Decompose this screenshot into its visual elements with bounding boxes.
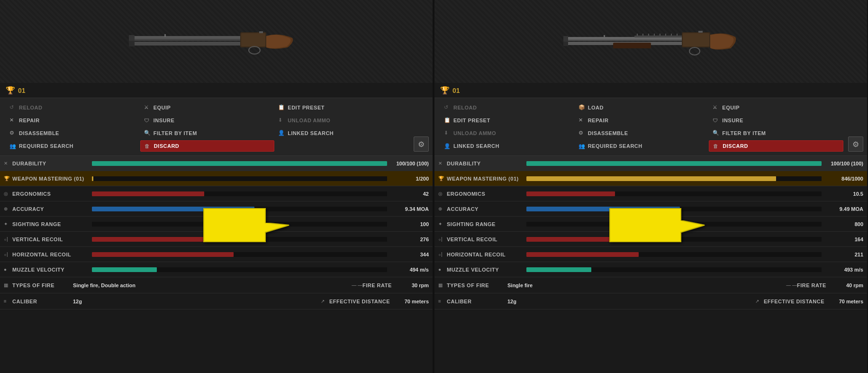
settings-icon: ⚙ — [418, 140, 425, 149]
svg-rect-14 — [683, 33, 709, 46]
right-edit-preset-btn[interactable]: 📋 EDIT PRESET — [440, 115, 575, 126]
caliber-icon: ≡ — [4, 299, 12, 304]
left-caliber-row: ≡ CALIBER 12g ↗ EFFECTIVE DISTANCE 70 me… — [0, 293, 433, 309]
muzzle-velocity-bar-container — [92, 267, 387, 272]
right-caliber-icon: ≡ — [438, 299, 447, 304]
right-disassemble-btn[interactable]: ⚙ DISASSEMBLE — [575, 127, 709, 138]
left-rank-bar: 🏆 01 — [0, 83, 433, 98]
left-gun-image — [0, 0, 433, 83]
right-reload-btn[interactable]: ↺ RELOAD — [440, 102, 575, 113]
right-muzzle-velocity-row: ● MUZZLE VELOCITY 493 m/s — [434, 262, 867, 277]
svg-point-16 — [689, 47, 700, 55]
left-durability-row: ✕ DURABILITY 100/100 (100) — [0, 156, 433, 171]
left-fire-row: ▦ TYPES OF FIRE Single fire, Double acti… — [0, 277, 433, 293]
right-ergonomics-icon: ◎ — [438, 191, 447, 196]
right-horizontal-recoil-row: ⬦| HORIZONTAL RECOIL 211 — [434, 247, 867, 262]
fire-types-icon: ▦ — [4, 282, 12, 288]
accuracy-icon: ⊕ — [4, 206, 12, 211]
svg-rect-7 — [129, 41, 135, 46]
right-load-btn[interactable]: 📦 LOAD — [575, 102, 709, 113]
right-rank-label: 01 — [452, 87, 460, 94]
required-search-icon: 👥 — [9, 143, 16, 149]
svg-rect-19 — [604, 35, 605, 38]
ergonomics-bar — [92, 191, 204, 196]
right-repair-btn[interactable]: ✕ REPAIR — [575, 115, 709, 126]
distance-icon: ↗ — [321, 299, 329, 304]
right-discard-btn[interactable]: 🗑 DISCARD — [709, 140, 843, 152]
durability-icon: ✕ — [4, 161, 12, 166]
svg-rect-21 — [634, 36, 682, 37]
right-mastering-bar — [526, 176, 776, 181]
right-accuracy-bar-container — [526, 207, 822, 211]
left-edit-preset-btn[interactable]: 📋 EDIT PRESET — [274, 102, 409, 113]
right-rank-bar: 🏆 01 — [434, 83, 867, 98]
left-filter-btn[interactable]: 🔍 FILTER BY ITEM — [140, 127, 275, 138]
right-distance-icon: ↗ — [755, 299, 764, 304]
left-unload-btn[interactable]: ⬇ UNLOAD AMMO — [274, 115, 409, 126]
right-ergonomics-bar-container — [526, 191, 822, 196]
right-sighting-icon: ✦ — [438, 221, 447, 227]
right-insure-icon: 🛡 — [713, 118, 719, 123]
right-fire-rate-icon: — — — [786, 282, 797, 288]
right-filter-icon: 🔍 — [713, 130, 719, 136]
right-ergonomics-row: ◎ ERGONOMICS 10.5 — [434, 186, 867, 201]
vertical-recoil-icon: ⬦| — [4, 237, 12, 242]
left-equip-btn[interactable]: ⚔ EQUIP — [140, 102, 275, 113]
right-stats: ✕ DURABILITY 100/100 (100) 🏆 WEAPON MAST… — [434, 156, 867, 373]
left-disassemble-btn[interactable]: ⚙ DISASSEMBLE — [6, 127, 140, 138]
svg-rect-2 — [131, 42, 252, 45]
left-stats: ✕ DURABILITY 100/100 (100) 🏆 WEAPON MAST… — [0, 156, 433, 373]
right-reload-icon: ↺ — [444, 104, 451, 110]
right-sighting-row: ✦ SIGHTING RANGE 800 — [434, 217, 867, 232]
mastering-bar — [92, 176, 93, 181]
left-discard-btn[interactable]: 🗑 DISCARD — [140, 140, 275, 152]
svg-rect-23 — [642, 34, 643, 36]
right-linked-search-btn[interactable]: 👤 LINKED SEARCH — [440, 140, 575, 152]
left-reload-btn[interactable]: ↺ RELOAD — [6, 102, 140, 113]
svg-rect-15 — [613, 43, 651, 48]
right-equip-btn[interactable]: ⚔ EQUIP — [709, 102, 843, 113]
svg-rect-11 — [566, 39, 698, 41]
right-equip-icon: ⚔ — [713, 104, 719, 110]
right-horizontal-recoil-bar-container — [526, 252, 822, 257]
right-edit-preset-icon: 📋 — [444, 117, 451, 123]
right-vertical-recoil-bar — [526, 237, 621, 242]
right-horizontal-recoil-icon: ⬦| — [438, 252, 447, 257]
right-fire-types-icon: ▦ — [438, 282, 447, 288]
left-settings-btn[interactable]: ⚙ — [414, 136, 429, 152]
svg-rect-25 — [654, 34, 655, 36]
right-accuracy-bar — [526, 207, 680, 211]
right-insure-btn[interactable]: 🛡 INSURE — [709, 115, 843, 126]
left-actions: ↺ RELOAD ⚔ EQUIP 📋 EDIT PRESET ✕ REPAIR … — [0, 98, 433, 156]
svg-rect-17 — [563, 36, 568, 42]
right-horizontal-recoil-bar — [526, 252, 639, 257]
right-unload-btn[interactable]: ⬇ UNLOAD AMMO — [440, 127, 575, 138]
right-panel: 🏆 01 ↺ RELOAD 📦 LOAD ⚔ EQUIP 📋 EDIT PRES… — [434, 0, 868, 373]
right-muzzle-velocity-bar-container — [526, 267, 822, 272]
horizontal-recoil-bar-container — [92, 252, 387, 257]
right-load-icon: 📦 — [579, 104, 585, 110]
sighting-bar-container — [92, 222, 387, 227]
svg-rect-4 — [241, 33, 265, 46]
left-rank-label: 01 — [18, 87, 26, 94]
svg-rect-20 — [698, 31, 703, 33]
left-repair-btn[interactable]: ✕ REPAIR — [6, 115, 140, 126]
right-required-search-btn[interactable]: 👥 REQUIRED SEARCH — [575, 140, 709, 152]
left-required-search-btn[interactable]: 👥 REQUIRED SEARCH — [6, 140, 140, 152]
linked-search-icon: 👤 — [278, 130, 285, 136]
horizontal-recoil-bar — [92, 252, 234, 257]
svg-rect-1 — [131, 39, 254, 41]
right-durability-icon: ✕ — [438, 161, 447, 166]
right-durability-bar — [526, 161, 822, 166]
left-accuracy-row: ⊕ ACCURACY 9.34 MOA — [0, 201, 433, 217]
ergonomics-bar-container — [92, 191, 387, 196]
left-insure-btn[interactable]: 🛡 INSURE — [140, 115, 275, 126]
right-filter-btn[interactable]: 🔍 FILTER BY ITEM — [709, 127, 843, 138]
mastering-bar-container — [92, 176, 387, 181]
svg-rect-29 — [677, 34, 678, 36]
right-settings-btn[interactable]: ⚙ — [848, 136, 863, 152]
left-linked-search-btn[interactable]: 👤 LINKED SEARCH — [274, 127, 409, 138]
ergonomics-icon: ◎ — [4, 191, 12, 196]
svg-rect-9 — [259, 31, 263, 33]
right-muzzle-velocity-bar — [526, 267, 591, 272]
